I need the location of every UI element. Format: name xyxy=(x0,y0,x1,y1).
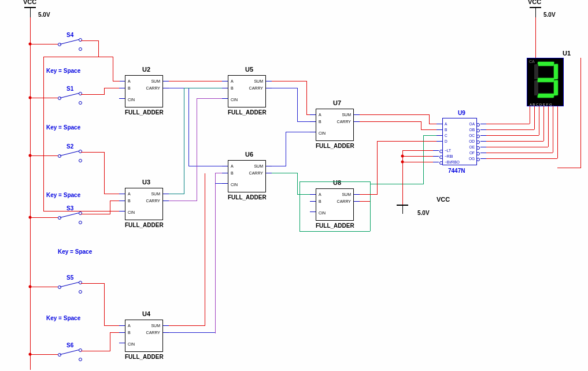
u5-part: FULL_ADDER xyxy=(228,109,267,116)
pin-stub xyxy=(310,114,316,115)
wire xyxy=(169,194,184,194)
pin-stub xyxy=(437,141,442,142)
wire xyxy=(402,150,433,151)
pin-b: B xyxy=(319,199,321,203)
pin-stub xyxy=(433,162,439,162)
wire xyxy=(81,214,110,214)
pin-cin: CIN xyxy=(128,342,135,346)
pin-stub xyxy=(222,173,228,173)
full-adder-u4[interactable]: A B CIN SUM CARRY xyxy=(125,320,163,352)
wire xyxy=(548,106,549,147)
seven-segment-display[interactable]: CA A B C D E F G . xyxy=(527,58,564,106)
pin-c: C xyxy=(445,133,448,138)
wire xyxy=(429,124,437,124)
wire xyxy=(197,98,222,99)
wire xyxy=(402,150,403,205)
wire xyxy=(110,201,110,214)
wire xyxy=(110,332,119,333)
inverter-bubble-icon xyxy=(476,152,480,155)
junction-dot xyxy=(29,97,32,99)
full-adder-u7[interactable]: A B CIN SUM CARRY xyxy=(316,109,354,141)
pin-stub xyxy=(163,201,169,201)
pin-ob: OB xyxy=(469,128,475,132)
full-adder-u6[interactable]: A B SUM CARRY CIN xyxy=(228,160,266,192)
pin-stub xyxy=(119,211,125,212)
wire xyxy=(30,155,58,156)
pin-stub xyxy=(119,343,125,343)
full-adder-u5[interactable]: A B CIN SUM CARRY xyxy=(228,75,266,107)
pin-carry: CARRY xyxy=(337,199,351,203)
pin-b: B xyxy=(231,171,234,175)
pin-b: B xyxy=(128,199,131,203)
pin-stub xyxy=(310,194,316,195)
pin-sum: SUM xyxy=(151,79,160,83)
decoder-7447n[interactable]: A B C D ~LT ~RBI ~BI/RBO OA OB OC OD OE … xyxy=(442,118,477,165)
pin-cin: CIN xyxy=(319,131,326,135)
inverter-bubble-icon xyxy=(476,129,480,132)
pin-a: A xyxy=(128,192,131,196)
inverter-bubble-icon xyxy=(476,135,480,138)
pin-stub xyxy=(266,88,272,88)
wire xyxy=(272,88,297,88)
pin-lt: ~LT xyxy=(445,149,451,153)
wire xyxy=(486,129,534,130)
wire xyxy=(297,173,298,194)
schematic-canvas: VCC 5.0V VCC 5.0V VCC 5.0V S4 Key = Spac… xyxy=(0,0,588,371)
pin-cin: CIN xyxy=(128,210,135,214)
pin-stub xyxy=(433,150,439,151)
junction-dot xyxy=(401,161,404,164)
pin-stub xyxy=(119,81,125,81)
pin-sum: SUM xyxy=(151,324,160,328)
vcc-label-center: VCC xyxy=(437,196,450,203)
full-adder-u2[interactable]: A B CIN SUM CARRY xyxy=(125,75,163,107)
wire xyxy=(43,57,113,57)
u9-ref: U9 xyxy=(458,110,465,116)
wire xyxy=(104,194,119,194)
pin-sum: SUM xyxy=(254,164,263,168)
key-label: Key = Space xyxy=(46,192,80,198)
pin-stub xyxy=(480,135,486,136)
inverter-bubble-icon xyxy=(439,155,443,159)
inverter-bubble-icon xyxy=(476,146,480,150)
pin-d: D xyxy=(445,139,448,143)
wire xyxy=(104,283,105,325)
wire xyxy=(43,57,44,212)
wire xyxy=(557,168,581,168)
volt-label-right: 5.0V xyxy=(543,12,556,18)
u4-part: FULL_ADDER xyxy=(125,354,164,360)
junction-dot xyxy=(29,43,32,46)
key-label: Key = Space xyxy=(46,124,80,131)
inverter-bubble-icon xyxy=(476,158,480,161)
volt-label-left: 5.0V xyxy=(38,12,50,18)
vcc-label-left: VCC xyxy=(23,0,36,5)
pin-of: OF xyxy=(469,151,475,155)
wire xyxy=(286,132,310,132)
full-adder-u3[interactable]: A B CIN SUM CARRY xyxy=(125,188,163,220)
pin-b: B xyxy=(128,86,131,90)
wire xyxy=(377,141,378,195)
wire xyxy=(306,114,310,115)
wire xyxy=(215,183,222,184)
pin-stub xyxy=(354,194,360,195)
pin-stub xyxy=(480,153,486,153)
pin-a: A xyxy=(128,79,131,83)
junction-dot xyxy=(29,285,32,288)
u6-ref: U6 xyxy=(245,151,253,158)
pin-od: OD xyxy=(469,139,475,143)
pin-cin: CIN xyxy=(231,98,238,102)
junction-dot xyxy=(29,216,32,219)
wire xyxy=(30,98,58,98)
wire xyxy=(534,106,535,129)
wire xyxy=(30,44,58,44)
wire xyxy=(486,147,548,147)
wire xyxy=(104,152,105,194)
pin-stub xyxy=(266,166,272,166)
pin-oa: OA xyxy=(469,122,475,126)
wire xyxy=(169,325,205,326)
full-adder-u8[interactable]: A B CIN SUM CARRY xyxy=(316,188,354,221)
wire xyxy=(81,94,104,95)
wire xyxy=(286,132,286,166)
pin-a: A xyxy=(231,79,234,83)
vcc-label-right: VCC xyxy=(528,0,541,5)
u7-part: FULL_ADDER xyxy=(316,143,354,149)
